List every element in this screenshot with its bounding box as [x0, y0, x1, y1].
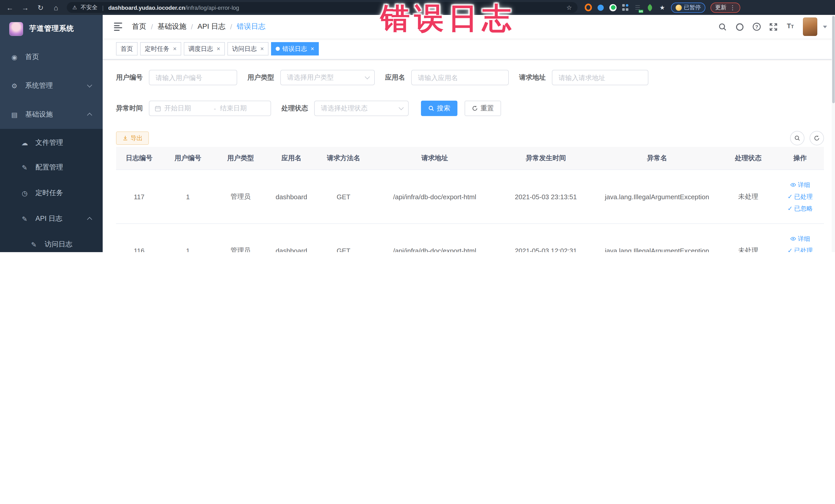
process-status-select[interactable]: 请选择处理状态 — [314, 101, 409, 116]
grid-extension-icon[interactable] — [622, 4, 629, 11]
sidebar-item-scheduled-job[interactable]: ◷定时任务 — [0, 180, 103, 206]
breadcrumb-separator: / — [151, 23, 153, 31]
column-header-4[interactable]: 请求方法名 — [315, 147, 372, 170]
reload-icon[interactable]: ↻ — [36, 4, 45, 11]
chevron-down-icon — [399, 105, 404, 110]
breadcrumb-item-2[interactable]: API 日志 — [198, 22, 226, 31]
puzzle-extension-icon[interactable]: ★ — [659, 4, 666, 11]
sidebar-item-file-manage[interactable]: ☁文件管理 — [0, 129, 103, 155]
user-type-select[interactable]: 请选择用户类型 — [280, 70, 375, 85]
column-header-3[interactable]: 应用名 — [267, 147, 315, 170]
search-icon — [428, 105, 434, 112]
dashboard-icon: ◉ — [10, 53, 19, 61]
filter-row-2: 异常时间 开始日期 - 结束日期 处理状态 请选择处理状态 — [116, 101, 824, 116]
export-button[interactable]: 导出 — [116, 132, 149, 145]
close-icon[interactable]: × — [217, 46, 220, 52]
browser-update-button[interactable]: 更新 ⋮ — [711, 2, 740, 13]
cell-user-id: 1 — [162, 224, 213, 252]
date-range-picker[interactable]: 开始日期 - 结束日期 — [149, 101, 271, 116]
request-url-input[interactable] — [552, 70, 648, 85]
cell-exception: java.lang.IllegalArgumentException — [594, 170, 720, 224]
sidebar-item-config-manage[interactable]: ✎配置管理 — [0, 155, 103, 180]
breadcrumb-item-3[interactable]: 错误日志 — [237, 22, 265, 31]
forward-icon[interactable]: → — [21, 4, 30, 11]
avatar[interactable] — [803, 18, 817, 36]
cell-method: GET — [315, 170, 372, 224]
tab-2[interactable]: 调度日志× — [184, 42, 225, 56]
tab-3[interactable]: 访问日志× — [227, 42, 268, 56]
table-row[interactable]: 1161管理员dashboardGET/api/infra/db-doc/exp… — [116, 224, 824, 252]
sidebar-item-system[interactable]: ⚙系统管理 — [0, 72, 103, 100]
reset-button[interactable]: 重置 — [465, 101, 501, 116]
table-header-row: 日志编号用户编号用户类型应用名请求方法名请求地址异常发生时间异常名处理状态操作 — [116, 147, 824, 170]
help-icon[interactable]: ? — [752, 22, 761, 31]
user-id-input[interactable] — [149, 70, 237, 85]
close-icon[interactable]: × — [173, 46, 177, 52]
cell-time: 2021-05-03 23:13:51 — [497, 170, 594, 224]
column-header-6[interactable]: 异常发生时间 — [497, 147, 594, 170]
app-name-input[interactable] — [411, 70, 509, 85]
page-scrollbar[interactable] — [831, 15, 835, 252]
sidebar-item-api-log[interactable]: ✎API 日志 — [0, 206, 103, 231]
cell-user-id: 1 — [162, 170, 213, 224]
kebab-menu-icon[interactable]: ⋮ — [730, 4, 736, 11]
leaf-extension-icon[interactable] — [646, 4, 653, 11]
search-icon — [794, 135, 800, 141]
column-header-9[interactable]: 操作 — [776, 147, 824, 170]
svg-text:?: ? — [755, 24, 758, 29]
sidebar-item-label: 基础设施 — [25, 110, 81, 119]
close-icon[interactable]: × — [311, 46, 314, 52]
tab-4[interactable]: 错误日志× — [271, 42, 319, 56]
column-header-5[interactable]: 请求地址 — [372, 147, 497, 170]
action-detail[interactable]: 详细 — [776, 235, 824, 243]
app-logo-row[interactable]: 芋道管理系统 — [0, 15, 103, 43]
screen: ← → ↻ ⌂ ⚠ 不安全 | dashboard.yudao.iocoder.… — [0, 0, 835, 252]
refresh-table-button[interactable] — [809, 131, 824, 145]
refresh-icon — [813, 135, 820, 141]
column-header-0[interactable]: 日志编号 — [116, 147, 162, 170]
breadcrumb-item-0[interactable]: 首页 — [132, 22, 146, 31]
back-icon[interactable]: ← — [5, 4, 14, 11]
breadcrumb-item-1[interactable]: 基础设施 — [158, 22, 186, 31]
fullscreen-icon[interactable] — [769, 22, 778, 31]
action-processed[interactable]: ✓已处理 — [776, 246, 824, 252]
tab-0[interactable]: 首页 — [116, 42, 138, 56]
close-icon[interactable]: × — [260, 46, 264, 52]
chevron-down-icon[interactable] — [823, 25, 827, 28]
tab-label: 定时任务 — [145, 44, 169, 53]
check-icon: ✓ — [788, 204, 793, 213]
chevron-down-icon — [365, 74, 370, 79]
sidebar-item-label: API 日志 — [36, 214, 81, 223]
sidebar-item-home[interactable]: ◉首页 — [0, 43, 103, 72]
cloud-upload-icon: ☁ — [21, 139, 29, 147]
font-size-icon[interactable]: TT — [786, 22, 795, 31]
hamburger-icon[interactable] — [114, 23, 123, 31]
search-button[interactable]: 搜索 — [421, 101, 457, 116]
tab-1[interactable]: 定时任务× — [140, 42, 181, 56]
bookmark-star-icon[interactable]: ☆ — [566, 4, 572, 11]
shield-icon[interactable] — [597, 4, 604, 11]
column-header-7[interactable]: 异常名 — [594, 147, 720, 170]
action-ignored[interactable]: ✓已忽略 — [776, 204, 824, 213]
action-detail[interactable]: 详细 — [776, 181, 824, 189]
sidebar-item-infra[interactable]: ▤基础设施 — [0, 100, 103, 129]
github-icon[interactable] — [735, 22, 744, 31]
green-extension-icon[interactable] — [609, 4, 616, 11]
switch-on-extension-icon[interactable]: ☰on — [634, 4, 641, 11]
column-header-1[interactable]: 用户编号 — [162, 147, 213, 170]
toggle-search-button[interactable] — [790, 131, 804, 145]
chevron-down-icon — [87, 82, 92, 87]
action-processed[interactable]: ✓已处理 — [776, 192, 824, 201]
search-icon[interactable] — [718, 22, 727, 31]
scrollbar-thumb[interactable] — [832, 16, 834, 103]
adblock-icon[interactable] — [585, 4, 592, 11]
tab-label: 错误日志 — [282, 44, 307, 53]
reset-label: 重置 — [481, 104, 494, 113]
paused-extension-button[interactable]: 已暂停 — [671, 2, 705, 13]
filter-user-type: 用户类型 请选择用户类型 — [247, 70, 375, 85]
home-icon[interactable]: ⌂ — [51, 4, 61, 11]
sidebar-item-access-log[interactable]: ✎访问日志 — [0, 231, 103, 252]
table-row[interactable]: 1171管理员dashboardGET/api/infra/db-doc/exp… — [116, 170, 824, 224]
column-header-2[interactable]: 用户类型 — [213, 147, 267, 170]
column-header-8[interactable]: 处理状态 — [720, 147, 776, 170]
